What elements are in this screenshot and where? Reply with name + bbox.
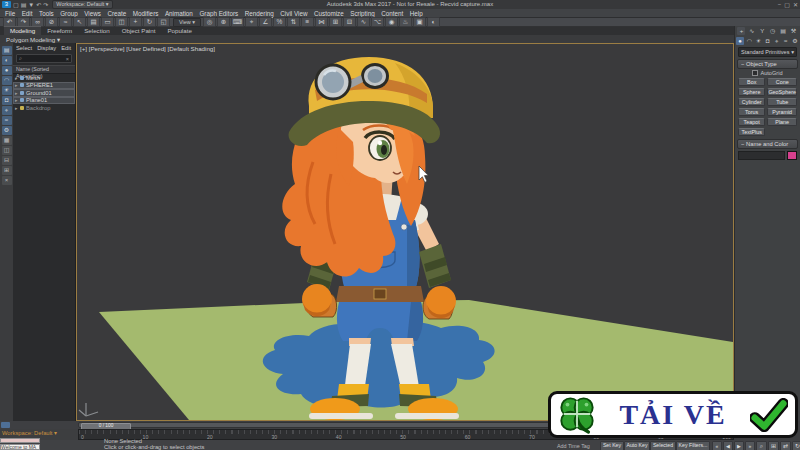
display-tab-icon[interactable]: ▤: [779, 27, 787, 35]
filter-toggle-icon[interactable]: ◘: [2, 96, 12, 105]
menu-item[interactable]: Scripting: [350, 10, 375, 17]
list-item[interactable]: Mesh: [13, 74, 75, 82]
zoom-icon[interactable]: ⌕: [756, 441, 767, 450]
menu-item[interactable]: Graph Editors: [199, 10, 238, 17]
filter-toggle-icon[interactable]: ▤: [2, 46, 12, 55]
menu-item[interactable]: Customize: [314, 10, 344, 17]
material-editor-icon[interactable]: ◉: [385, 17, 398, 27]
filter-toggle-icon[interactable]: ◐: [2, 56, 12, 65]
search-input[interactable]: ⌕ ×: [16, 54, 72, 63]
select-object-icon[interactable]: ↖: [73, 17, 86, 27]
modify-tab-icon[interactable]: ∿: [748, 27, 756, 35]
geometry-category-icon[interactable]: ●: [736, 37, 744, 45]
filter-toggle-icon[interactable]: ◫: [2, 146, 12, 155]
open-file-icon[interactable]: ▤: [21, 1, 27, 9]
primitive-button[interactable]: Plane: [767, 118, 797, 126]
previous-frame-icon[interactable]: ◀: [723, 441, 733, 450]
set-key-button[interactable]: Set Key: [600, 441, 624, 450]
cameras-category-icon[interactable]: ◘: [764, 37, 772, 45]
primitive-button[interactable]: Cone: [767, 78, 797, 86]
clear-search-icon[interactable]: ×: [66, 56, 69, 62]
hierarchy-tab-icon[interactable]: Y: [758, 27, 766, 35]
undo-icon[interactable]: ↶: [36, 1, 41, 9]
list-item[interactable]: Plane01: [13, 97, 75, 105]
menu-item[interactable]: Civil View: [280, 10, 307, 17]
motion-tab-icon[interactable]: ◷: [769, 27, 777, 35]
zoom-extents-icon[interactable]: ⊞: [768, 441, 779, 450]
list-item[interactable]: SPHERE1: [13, 82, 75, 90]
workspace-dropdown[interactable]: Workspace: Default ▾: [52, 0, 112, 9]
bind-to-spacewarp-icon[interactable]: ≈: [59, 17, 72, 27]
filter-toggle-icon[interactable]: ⊟: [2, 156, 12, 165]
filter-toggle-icon[interactable]: ⚙: [2, 126, 12, 135]
menu-item[interactable]: File: [5, 10, 15, 17]
filter-toggle-icon[interactable]: ≈: [2, 116, 12, 125]
name-color-rollout[interactable]: − Name and Color: [737, 139, 798, 149]
filter-toggle-icon[interactable]: ⌖: [2, 106, 12, 115]
go-to-end-icon[interactable]: »: [745, 441, 755, 450]
primitive-button[interactable]: Sphere: [738, 88, 765, 96]
select-and-manipulate-icon[interactable]: ⊕: [217, 17, 230, 27]
snaps-toggle-icon[interactable]: ⌖: [245, 17, 258, 27]
list-item[interactable]: Backdrop: [13, 104, 75, 112]
create-tab-icon[interactable]: +: [737, 27, 745, 35]
ribbon-tab[interactable]: Freeform: [41, 27, 78, 35]
autogrid-checkbox[interactable]: [752, 70, 758, 76]
orbit-icon[interactable]: ↻: [792, 441, 800, 450]
menu-item[interactable]: Content: [381, 10, 403, 17]
open-mini-curve-editor-icon[interactable]: [1, 422, 10, 428]
angle-snap-icon[interactable]: ∠: [259, 17, 272, 27]
named-selection-sets-icon[interactable]: ≡: [301, 17, 314, 27]
primitive-button[interactable]: Tube: [767, 98, 797, 106]
auto-key-button[interactable]: Auto Key: [624, 441, 650, 450]
layer-manager-icon[interactable]: ⊟: [343, 17, 356, 27]
keyboard-override-icon[interactable]: ⌨: [231, 17, 244, 27]
utilities-tab-icon[interactable]: ⚒: [790, 27, 798, 35]
spacewarps-category-icon[interactable]: ≈: [782, 37, 790, 45]
pan-icon[interactable]: ⇄: [780, 441, 791, 450]
lights-category-icon[interactable]: ☀: [754, 37, 762, 45]
filter-toggle-icon[interactable]: ⊞: [2, 166, 12, 175]
menu-item[interactable]: Help: [410, 10, 423, 17]
viewport-canvas[interactable]: [77, 44, 733, 420]
mirror-icon[interactable]: ⋈: [315, 17, 328, 27]
selected-dropdown[interactable]: Selected: [650, 441, 676, 450]
add-time-tag[interactable]: Add Time Tag: [557, 443, 590, 449]
ribbon-tab[interactable]: Selection: [78, 27, 115, 35]
select-by-name-icon[interactable]: ▤: [87, 17, 100, 27]
window-crossing-icon[interactable]: ◫: [115, 17, 128, 27]
polygon-modeling-panel[interactable]: Polygon Modeling ▾: [6, 36, 60, 43]
menu-item[interactable]: Rendering: [245, 10, 274, 17]
selection-region-icon[interactable]: ▭: [101, 17, 114, 27]
primitive-button[interactable]: GeoSphere: [767, 88, 797, 96]
schematic-view-icon[interactable]: ⌥: [371, 17, 384, 27]
ribbon-tab[interactable]: Object Paint: [116, 27, 162, 35]
primitive-button[interactable]: Box: [738, 78, 765, 86]
filter-toggle-icon[interactable]: ×: [2, 176, 12, 185]
primitive-button[interactable]: TextPlus: [738, 128, 765, 136]
new-scene-icon[interactable]: ▢: [13, 1, 19, 9]
primitive-button[interactable]: Pyramid: [767, 108, 797, 116]
list-item[interactable]: Ground01: [13, 89, 75, 97]
helpers-category-icon[interactable]: ⌖: [773, 37, 781, 45]
curve-editor-icon[interactable]: ∿: [357, 17, 370, 27]
object-type-rollout[interactable]: − Object Type: [737, 59, 798, 69]
reference-coordinate-dropdown[interactable]: View ▾: [173, 18, 201, 27]
maxscript-macro-recorder[interactable]: [0, 438, 40, 443]
object-color-swatch[interactable]: [787, 151, 797, 160]
perspective-viewport[interactable]: [+] [Perspective] [User Defined] [Defaul…: [76, 43, 734, 421]
select-and-scale-icon[interactable]: ◱: [157, 17, 170, 27]
menu-item[interactable]: Edit: [22, 10, 33, 17]
play-icon[interactable]: ▶: [734, 441, 744, 450]
app-logo-icon[interactable]: 3: [2, 1, 11, 8]
primitive-button[interactable]: Cylinder: [738, 98, 765, 106]
primitive-button[interactable]: Teapot: [738, 118, 765, 126]
use-pivot-center-icon[interactable]: ◎: [203, 17, 216, 27]
filter-toggle-icon[interactable]: ◠: [2, 76, 12, 85]
explorer-menu-item[interactable]: Display: [37, 45, 56, 51]
workspace-label-bottom[interactable]: Workspace: Default ▾: [2, 430, 57, 436]
systems-category-icon[interactable]: ⚙: [791, 37, 799, 45]
download-banner[interactable]: TẢI VỀ: [548, 391, 798, 438]
name-column-header[interactable]: Name (Sorted Ascending): [13, 65, 75, 74]
menu-item[interactable]: Views: [84, 10, 101, 17]
